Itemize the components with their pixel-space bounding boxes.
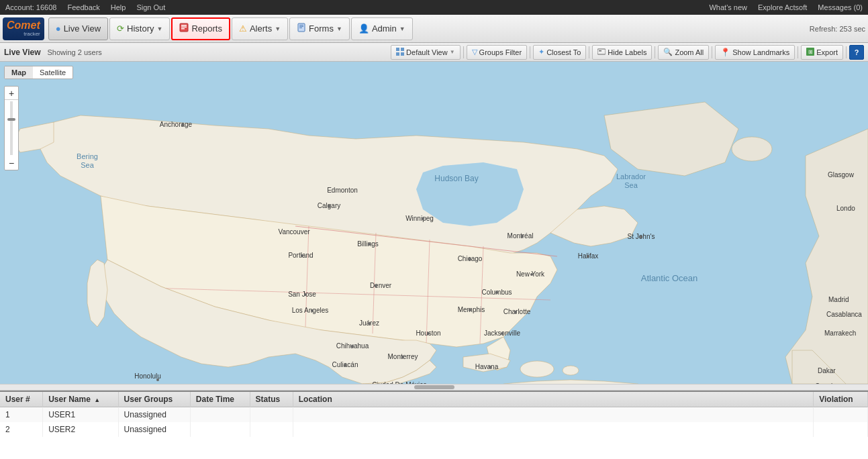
- svg-point-25: [563, 366, 579, 375]
- svg-point-35: [368, 243, 371, 246]
- export-label: Export: [816, 48, 838, 56]
- map-tab-map[interactable]: Map: [5, 66, 33, 79]
- svg-text:Madrid: Madrid: [828, 296, 849, 303]
- help-link[interactable]: Help: [111, 3, 126, 11]
- forms-label: Forms: [309, 23, 334, 34]
- feedback-link[interactable]: Feedback: [67, 3, 99, 11]
- groups-filter-button[interactable]: ▽ Groups Filter: [467, 45, 528, 60]
- svg-text:Glasgow: Glasgow: [828, 171, 855, 178]
- svg-text:Vancouver: Vancouver: [278, 228, 310, 236]
- map-tab-satellite[interactable]: Satellite: [33, 66, 73, 79]
- tab-forms[interactable]: Forms ▼: [289, 17, 350, 40]
- scroll-area[interactable]: [0, 384, 868, 391]
- logo-sub: tracker: [7, 31, 40, 37]
- svg-rect-8: [396, 48, 399, 51]
- cell-user-name: USER1: [43, 407, 118, 423]
- data-table-container[interactable]: User # User Name ▲ User Groups Date Time…: [0, 391, 868, 459]
- export-button[interactable]: ⊞ Export: [801, 45, 843, 60]
- col-header-user-num[interactable]: User #: [0, 392, 43, 407]
- svg-text:Ciudad De México: Ciudad De México: [372, 381, 427, 384]
- signout-link[interactable]: Sign Out: [136, 3, 165, 11]
- hide-labels-label: Hide Labels: [608, 48, 646, 56]
- cell-violation: [814, 422, 868, 437]
- svg-rect-3: [181, 28, 185, 30]
- svg-point-17: [732, 137, 772, 161]
- export-icon: ⊞: [806, 48, 814, 57]
- history-caret-icon: ▼: [157, 26, 163, 32]
- messages-link[interactable]: Messages (0): [818, 3, 863, 11]
- groups-filter-label: Groups Filter: [479, 48, 522, 56]
- svg-point-59: [640, 236, 642, 238]
- toolbar: Live View Showing 2 users Default View ▼…: [0, 43, 868, 62]
- cell-status: [250, 407, 293, 423]
- svg-rect-10: [396, 52, 399, 56]
- zoom-all-icon: 🔍: [663, 48, 673, 56]
- default-view-icon: [396, 48, 404, 57]
- whatsnew-link[interactable]: What's new: [709, 3, 747, 11]
- logo[interactable]: Comet tracker: [3, 17, 44, 40]
- top-bar-left: Account: 16608 Feedback Help Sign Out: [5, 3, 165, 11]
- table-row[interactable]: 2 USER2 Unassigned: [0, 422, 868, 437]
- col-header-user-groups[interactable]: User Groups: [118, 392, 190, 407]
- svg-point-27: [181, 123, 184, 126]
- cell-status: [250, 422, 293, 437]
- svg-rect-2: [181, 27, 187, 28]
- cell-violation: [814, 407, 868, 423]
- admin-icon: 👤: [358, 23, 369, 34]
- tab-alerts[interactable]: ⚠ Alerts ▼: [232, 17, 288, 40]
- table-row[interactable]: 1 USER1 Unassigned: [0, 407, 868, 423]
- show-landmarks-icon: 📍: [720, 48, 730, 57]
- col-header-date-time[interactable]: Date Time: [190, 392, 250, 407]
- account-info: Account: 16608: [5, 3, 56, 11]
- svg-text:Honolulu: Honolulu: [134, 372, 160, 380]
- svg-text:Conakry: Conakry: [815, 382, 840, 384]
- reports-label: Reports: [191, 23, 222, 34]
- explore-link[interactable]: Explore Actsoft: [758, 3, 807, 11]
- tab-history[interactable]: ⟳ History ▼: [109, 17, 170, 40]
- separator-6: [798, 46, 798, 58]
- svg-point-24: [520, 361, 554, 377]
- map-help-button[interactable]: ?: [849, 45, 864, 60]
- tab-liveview[interactable]: ● Live View: [48, 17, 108, 40]
- reports-icon: [179, 23, 189, 34]
- col-header-user-name[interactable]: User Name ▲: [43, 392, 118, 407]
- cell-user-num: 1: [0, 407, 43, 423]
- col-header-violation[interactable]: Violation: [814, 392, 868, 407]
- separator-2: [530, 46, 530, 58]
- alerts-label: Alerts: [250, 23, 272, 34]
- tab-reports[interactable]: Reports: [171, 17, 230, 40]
- svg-text:San Jose: San Jose: [288, 291, 316, 298]
- svg-text:Dakar: Dakar: [818, 367, 836, 374]
- alerts-icon: ⚠: [239, 23, 247, 34]
- nav-bar: Comet tracker ● Live View ⟳ History ▼ Re…: [0, 15, 868, 43]
- svg-point-63: [469, 258, 471, 260]
- closest-to-button[interactable]: ✦ Closest To: [533, 45, 586, 60]
- logo-text: Comet: [7, 19, 40, 31]
- map-container[interactable]: Map Satellite + −: [0, 62, 868, 384]
- table-header-row: User # User Name ▲ User Groups Date Time…: [0, 392, 868, 407]
- cell-date-time: [190, 422, 250, 437]
- show-landmarks-button[interactable]: 📍 Show Landmarks: [715, 45, 795, 60]
- svg-point-39: [375, 285, 377, 287]
- default-view-button[interactable]: Default View ▼: [391, 45, 460, 60]
- svg-point-30: [328, 205, 330, 207]
- hide-labels-button[interactable]: Hide Labels: [592, 45, 652, 60]
- zoom-all-button[interactable]: 🔍 Zoom All: [658, 45, 709, 60]
- admin-caret-icon: ▼: [399, 26, 405, 32]
- svg-text:Edmonton: Edmonton: [327, 187, 358, 194]
- scroll-thumb[interactable]: [414, 385, 454, 389]
- showing-users: Showing 2 users: [47, 48, 101, 56]
- tab-admin[interactable]: 👤 Admin ▼: [351, 17, 413, 40]
- zoom-out-button[interactable]: −: [5, 156, 18, 170]
- svg-text:Londo: Londo: [836, 205, 855, 212]
- sort-arrow-icon: ▲: [94, 397, 100, 403]
- col-header-location[interactable]: Location: [293, 392, 814, 407]
- col-header-status[interactable]: Status: [250, 392, 293, 407]
- svg-rect-12: [597, 49, 606, 54]
- cell-user-groups: Unassigned: [118, 422, 190, 437]
- table-body: 1 USER1 Unassigned 2 USER2 Unassigned: [0, 407, 868, 438]
- cell-date-time: [190, 407, 250, 423]
- liveview-icon: ●: [56, 23, 61, 34]
- zoom-in-button[interactable]: +: [5, 87, 18, 100]
- svg-text:Sea: Sea: [81, 161, 94, 169]
